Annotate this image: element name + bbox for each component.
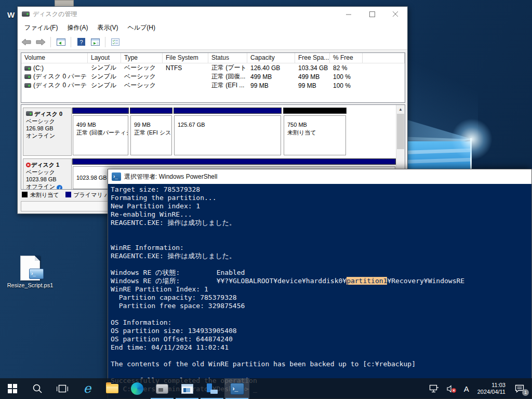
- partition-recovery[interactable]: 499 MB正常 (回復パーティシ: [72, 108, 129, 156]
- console-line: [111, 310, 531, 318]
- partition-color-bar: [174, 108, 282, 114]
- help-icon[interactable]: ?: [75, 36, 87, 48]
- ime-indicator[interactable]: A: [461, 378, 472, 399]
- legend-unallocated-swatch: [22, 192, 28, 197]
- disk-management-icon: [181, 384, 193, 394]
- console-line: REAGENTC.EXE: 操作は成功しました。: [111, 219, 531, 227]
- console-line: WinRE Information:: [111, 244, 531, 252]
- internet-explorer-button[interactable]: e: [75, 378, 100, 399]
- menu-view[interactable]: 表示(V): [92, 21, 123, 34]
- console-output[interactable]: Target size: 785379328 Formating the par…: [108, 184, 531, 398]
- volume-muted-button[interactable]: [444, 378, 459, 399]
- search-icon: [32, 383, 43, 394]
- column-header-percentfree[interactable]: % Free: [330, 53, 363, 63]
- volume-list-header: Volume Layout Type File System Status Ca…: [21, 53, 405, 63]
- column-header-freespace[interactable]: Free Spa...: [295, 53, 330, 63]
- menu-bar: ファイル(F) 操作(A) 表示(V) ヘルプ(H): [18, 21, 407, 34]
- console-line: [111, 227, 531, 235]
- menu-file[interactable]: ファイル(F): [20, 21, 62, 34]
- disk1-label[interactable]: ✕ディスク 1 ベーシック 1023.98 GB オフライン i: [23, 158, 72, 190]
- back-icon[interactable]: [21, 36, 32, 48]
- start-button[interactable]: [0, 378, 25, 399]
- close-button[interactable]: [384, 7, 407, 21]
- selected-text: partition1: [347, 277, 387, 285]
- console-line: [111, 260, 531, 269]
- console-line: REAGENTC.EXE: 操作は成功しました。: [111, 252, 531, 260]
- task-view-icon: [57, 384, 68, 393]
- task-view-button[interactable]: [50, 378, 75, 399]
- partition-efi[interactable]: 99 MB正常 (EFI シス: [130, 108, 172, 156]
- scroll-up-icon[interactable]: ▲: [396, 105, 405, 114]
- network-tray-button[interactable]: [426, 378, 442, 399]
- powershell-taskbar-button[interactable]: ›_: [224, 378, 249, 399]
- edge-icon: [131, 382, 143, 395]
- menu-action[interactable]: 操作(A): [62, 21, 92, 34]
- disk-utility-button[interactable]: [150, 378, 175, 399]
- forward-icon[interactable]: [35, 36, 46, 48]
- clock-date: 2024/04/11: [477, 389, 506, 395]
- column-header-type[interactable]: Type: [121, 53, 163, 63]
- file-explorer-button[interactable]: [100, 378, 125, 399]
- console-line: OS partition size: 134933905408: [111, 327, 531, 335]
- volume-row-recovery[interactable]: (ディスク 0 パーティシ... シンプル ベーシック 正常 (回復... 49…: [21, 72, 405, 81]
- partition-color-bar: [72, 108, 129, 114]
- network-icon: [429, 384, 439, 393]
- desktop-icon-resize-script[interactable]: ›_ Resize_Script.ps1: [3, 256, 57, 288]
- system-tray: A 11:03 2024/04/11 1: [426, 378, 532, 399]
- taskbar: e ›_ A 11:03: [0, 378, 532, 399]
- ps1-file-icon: ›_: [20, 256, 40, 281]
- disk-management-titlebar[interactable]: ディスクの管理: [18, 7, 407, 21]
- console-tree-icon[interactable]: [55, 36, 66, 48]
- search-button[interactable]: [25, 378, 50, 399]
- volume-icon: [24, 74, 31, 79]
- desktop: W ›_ Resize_Script.ps1 ディスクの管理: [0, 0, 532, 399]
- disk-management-app-icon: [22, 11, 30, 17]
- volume-row-c[interactable]: (C:) シンプル ベーシック NTFS 正常 (ブート... 126.40 G…: [21, 63, 405, 72]
- volume-row-efi[interactable]: (ディスク 0 パーティシ... シンプル ベーシック 正常 (EFI ... …: [21, 81, 405, 90]
- checklist-icon[interactable]: [110, 36, 121, 48]
- partition-color-bar: [72, 158, 396, 165]
- column-header-capacity[interactable]: Capacity: [247, 53, 295, 63]
- console-line: [111, 368, 531, 377]
- console-line: Re-enabling WinRE...: [111, 210, 531, 219]
- edge-button[interactable]: [125, 378, 150, 399]
- column-header-filesystem[interactable]: File System: [163, 53, 208, 63]
- action-center-button[interactable]: 1: [511, 378, 530, 399]
- volume-list: Volume Layout Type File System Status Ca…: [21, 52, 405, 103]
- wallpaper-glow: [451, 118, 493, 160]
- column-header-status[interactable]: Status: [208, 53, 247, 63]
- console-line: End time: 04/11/2024 11:02:41: [111, 343, 531, 352]
- console-line: Target size: 785379328: [111, 185, 531, 194]
- volume-muted-icon: [446, 384, 457, 393]
- scrollbar-thumb[interactable]: [397, 114, 404, 149]
- info-icon[interactable]: i: [57, 185, 62, 190]
- disk-offline-badge-icon: ✕: [26, 163, 31, 167]
- console-line: New Partition index: 1: [111, 202, 531, 210]
- console-line: The contents of the old WinRE partition …: [111, 360, 531, 368]
- column-header-volume[interactable]: Volume: [21, 53, 88, 63]
- powershell-window: ›_ 選択管理者: Windows PowerShell Target size…: [108, 169, 532, 399]
- disk-utility-icon: [156, 384, 168, 394]
- disk0-label[interactable]: ディスク 0 ベーシック 126.98 GB オンライン: [23, 108, 72, 156]
- minimize-button[interactable]: [337, 7, 361, 21]
- legend-primary-swatch: [65, 192, 71, 197]
- console-line: OS Information:: [111, 318, 531, 327]
- devices-icon: [206, 383, 218, 394]
- powershell-titlebar[interactable]: ›_ 選択管理者: Windows PowerShell: [108, 169, 531, 184]
- console-line: Windows RE の状態: Enabled: [111, 269, 531, 277]
- maximize-button[interactable]: [361, 7, 384, 21]
- partition-os[interactable]: 125.67 GB: [174, 108, 282, 156]
- column-header-layout[interactable]: Layout: [88, 53, 121, 63]
- console-line: OS partition Offset: 644874240: [111, 335, 531, 343]
- file-explorer-icon: [106, 384, 118, 393]
- notification-badge: 1: [522, 389, 529, 396]
- console-line: WinRE Partition Index: 1: [111, 285, 531, 294]
- devices-button[interactable]: [200, 378, 224, 399]
- disk-management-button[interactable]: [175, 378, 200, 399]
- menu-help[interactable]: ヘルプ(H): [123, 21, 160, 34]
- action-pane-icon[interactable]: [89, 36, 101, 48]
- console-line-path: Windows RE の場所: ¥¥?¥GLOBALROOT¥device¥ha…: [111, 277, 531, 285]
- partition-unallocated[interactable]: 750 MB未割り当て: [283, 108, 347, 156]
- clock[interactable]: 11:03 2024/04/11: [474, 382, 509, 395]
- powershell-badge-icon: ›_: [29, 269, 44, 279]
